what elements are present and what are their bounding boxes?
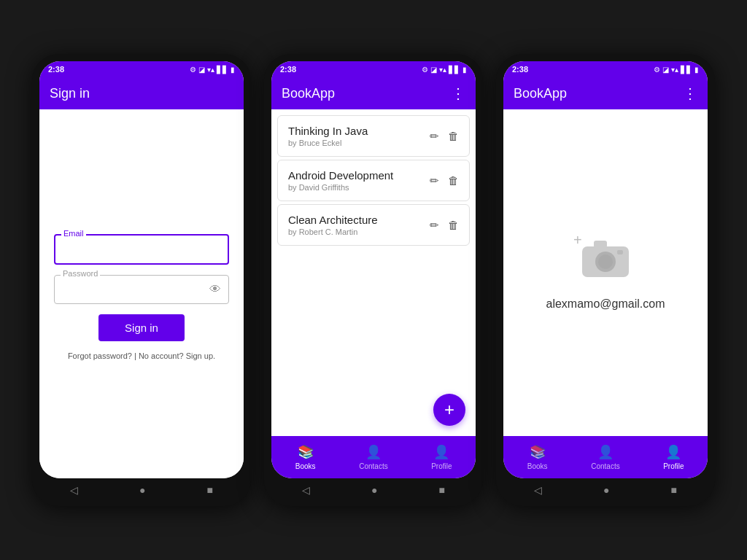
status-icons-2: ⚙ ◪ ▾▴ ▋▋ ▮	[422, 66, 467, 74]
edit-button-3[interactable]: ✏	[430, 219, 439, 232]
camera-icon	[579, 238, 632, 280]
home-button-1[interactable]: ●	[139, 484, 145, 496]
book-info-3: Clean Architecture by Robert C. Martin	[288, 214, 430, 236]
app-title-2: BookApp	[282, 86, 335, 101]
phone-3: 2:38 ⚙ ◪ ▾▴ ▋▋ ▮ BookApp ⋮ +	[496, 54, 715, 506]
email-field-wrapper: Email	[54, 234, 229, 265]
home-button-3[interactable]: ●	[603, 484, 609, 496]
profile-email: alexmamo@gmail.com	[546, 298, 665, 311]
signin-button[interactable]: Sign in	[98, 314, 185, 341]
status-time-1: 2:38	[48, 65, 64, 74]
signin-title: Sign in	[50, 86, 90, 101]
edit-button-1[interactable]: ✏	[430, 130, 439, 143]
recent-button-3[interactable]: ■	[671, 484, 677, 496]
book-author-2: by David Griffiths	[288, 183, 430, 192]
contacts-nav-icon-2: 👤	[365, 444, 382, 460]
back-button-3[interactable]: ◁	[534, 484, 542, 496]
battery-icon: ▮	[231, 66, 235, 74]
nav-contacts-label-2: Contacts	[359, 462, 387, 470]
svg-point-3	[598, 254, 613, 269]
signal-icon-2: ▋▋	[449, 66, 460, 74]
password-input[interactable]	[62, 285, 204, 297]
phone-1: 2:38 ⚙ ◪ ▾▴ ▋▋ ▮ Sign in Email Password	[32, 54, 251, 506]
phone-navbar-2: ◁ ● ■	[271, 478, 476, 499]
book-info-1: Thinking In Java by Bruce Eckel	[288, 125, 430, 147]
password-field-wrapper: Password 👁	[54, 275, 229, 304]
wifi-icon-2: ▾▴	[439, 66, 446, 74]
nav-profile-label-2: Profile	[431, 462, 452, 470]
table-row: Android Development by David Griffiths ✏…	[277, 160, 470, 201]
book-author-1: by Bruce Eckel	[288, 139, 430, 147]
app-title-3: BookApp	[514, 86, 567, 101]
profile-screen: +	[503, 109, 708, 436]
book-nav-icon-2: 📚	[298, 444, 314, 460]
app-bar-3: BookApp ⋮	[503, 77, 708, 109]
avatar-upload[interactable]: +	[576, 235, 635, 286]
profile-nav-icon-2: 👤	[433, 444, 449, 460]
settings-icon: ⚙	[190, 66, 196, 74]
status-time-3: 2:38	[512, 65, 528, 74]
screenshot-icon-2: ◪	[430, 66, 437, 74]
nav-books-2[interactable]: 📚 Books	[271, 436, 339, 478]
books-list: Thinking In Java by Bruce Eckel ✏ 🗑 Andr…	[271, 109, 476, 436]
screenshot-icon-3: ◪	[662, 66, 669, 74]
recent-button-1[interactable]: ■	[207, 484, 213, 496]
nav-contacts-3[interactable]: 👤 Contacts	[571, 436, 639, 478]
signal-icon: ▋▋	[217, 66, 228, 74]
settings-icon-2: ⚙	[422, 66, 428, 74]
password-label: Password	[61, 269, 100, 278]
email-input[interactable]	[63, 245, 220, 257]
app-bar-2: BookApp ⋮	[271, 77, 476, 109]
back-button-2[interactable]: ◁	[302, 484, 310, 496]
delete-button-1[interactable]: 🗑	[448, 130, 459, 142]
battery-icon-3: ▮	[694, 66, 699, 74]
nav-contacts-2[interactable]: 👤 Contacts	[339, 436, 407, 478]
delete-button-2[interactable]: 🗑	[448, 174, 459, 187]
status-time-2: 2:38	[280, 65, 296, 74]
delete-button-3[interactable]: 🗑	[448, 219, 459, 231]
screenshot-icon: ◪	[198, 66, 205, 74]
eye-icon[interactable]: 👁	[209, 283, 221, 296]
bottom-nav-2: 📚 Books 👤 Contacts 👤 Profile	[271, 436, 476, 478]
fab-button[interactable]: +	[433, 394, 465, 426]
wifi-icon-3: ▾▴	[671, 66, 678, 74]
book-info-2: Android Development by David Griffiths	[288, 169, 430, 192]
edit-button-2[interactable]: ✏	[430, 174, 439, 187]
contacts-nav-icon-3: 👤	[597, 444, 614, 460]
app-menu-icon-2[interactable]: ⋮	[451, 85, 465, 102]
phone-navbar-1: ◁ ● ■	[39, 478, 244, 499]
status-bar-3: 2:38 ⚙ ◪ ▾▴ ▋▋ ▮	[503, 61, 708, 77]
phone-navbar-3: ◁ ● ■	[503, 478, 708, 499]
recent-button-2[interactable]: ■	[439, 484, 445, 496]
app-menu-icon-3[interactable]: ⋮	[683, 85, 697, 102]
nav-contacts-label-3: Contacts	[591, 462, 619, 470]
phone-2: 2:38 ⚙ ◪ ▾▴ ▋▋ ▮ BookApp ⋮ Thinking In J…	[264, 54, 483, 506]
nav-profile-3[interactable]: 👤 Profile	[640, 436, 708, 478]
add-photo-icon: +	[573, 232, 582, 249]
nav-books-3[interactable]: 📚 Books	[503, 436, 571, 478]
status-bar-1: 2:38 ⚙ ◪ ▾▴ ▋▋ ▮	[39, 61, 244, 77]
forgot-text[interactable]: Forgot password? | No account? Sign up.	[68, 351, 215, 360]
status-icons-1: ⚙ ◪ ▾▴ ▋▋ ▮	[190, 66, 235, 74]
home-button-2[interactable]: ●	[371, 484, 377, 496]
book-title-3: Clean Architecture	[288, 214, 430, 226]
nav-profile-label-3: Profile	[663, 462, 684, 470]
nav-profile-2[interactable]: 👤 Profile	[408, 436, 476, 478]
book-title-1: Thinking In Java	[288, 125, 430, 137]
signin-screen: Email Password 👁 Sign in Forgot password…	[39, 109, 244, 478]
wifi-icon: ▾▴	[207, 66, 214, 74]
back-button-1[interactable]: ◁	[70, 484, 78, 496]
nav-books-label-3: Books	[527, 462, 548, 470]
signal-icon-3: ▋▋	[681, 66, 692, 74]
table-row: Clean Architecture by Robert C. Martin ✏…	[277, 204, 470, 246]
svg-rect-4	[617, 250, 623, 254]
bottom-nav-3: 📚 Books 👤 Contacts 👤 Profile	[503, 436, 708, 478]
svg-rect-1	[594, 241, 607, 248]
status-icons-3: ⚙ ◪ ▾▴ ▋▋ ▮	[654, 66, 699, 74]
profile-nav-icon-3: 👤	[665, 444, 681, 460]
battery-icon-2: ▮	[462, 66, 467, 74]
book-nav-icon-3: 📚	[530, 444, 546, 460]
settings-icon-3: ⚙	[654, 66, 660, 74]
table-row: Thinking In Java by Bruce Eckel ✏ 🗑	[277, 115, 470, 157]
book-actions-3: ✏ 🗑	[430, 219, 459, 232]
